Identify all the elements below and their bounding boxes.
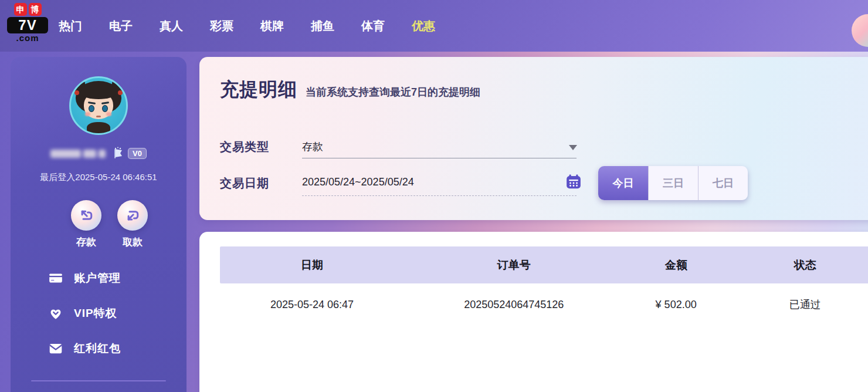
- tab-seven-days[interactable]: 七日: [698, 166, 748, 200]
- cell-date: 2025-05-24 06:47: [220, 299, 404, 311]
- profile-name-row: V0: [11, 146, 187, 160]
- vip-flag-icon: [113, 146, 127, 160]
- header-date: 日期: [220, 258, 404, 273]
- vip-gem-icon: [48, 306, 63, 321]
- username-redacted: [50, 148, 108, 158]
- main-menu: 热门 电子 真人 彩票 棋牌 捕鱼 体育 优惠: [57, 0, 436, 52]
- nav-item-cards[interactable]: 棋牌: [259, 16, 285, 36]
- transaction-date-value[interactable]: 2025/05/24~2025/05/24: [302, 176, 414, 188]
- logo-badges: 申 博: [7, 3, 48, 16]
- cell-order-no: 20250524064745126: [404, 299, 624, 311]
- withdraw-icon: [117, 200, 148, 231]
- sidebar-item-redpacket[interactable]: 红利红包: [48, 341, 121, 356]
- nav-item-live[interactable]: 真人: [158, 16, 184, 36]
- date-underline: [302, 195, 577, 196]
- table-header-row: 日期 订单号 金额 状态: [220, 246, 868, 283]
- vip-badge: V0: [128, 148, 147, 159]
- sidebar-item-label: VIP特权: [74, 306, 117, 321]
- cell-amount: ¥ 502.00: [624, 299, 728, 311]
- header-amount: 金额: [624, 258, 728, 273]
- date-range-tabs: 今日 三日 七日: [598, 166, 748, 200]
- filter-card: 充提明细 当前系统支持查询最近7日的充提明细 交易类型 存款 交易日期 2025…: [199, 57, 868, 220]
- transaction-type-label: 交易类型: [220, 139, 269, 155]
- table-row: 2025-05-24 06:47 20250524064745126 ¥ 502…: [220, 283, 868, 326]
- nav-item-slots[interactable]: 电子: [108, 16, 134, 36]
- transactions-table: 日期 订单号 金额 状态 2025-05-24 06:47 2025052406…: [220, 246, 868, 326]
- page-title: 充提明细: [220, 77, 297, 103]
- profile-vip-level: V0: [113, 146, 147, 160]
- page-subtitle: 当前系统支持查询最近7日的充提明细: [306, 85, 480, 99]
- sidebar-divider: [31, 380, 166, 381]
- logo-badge-shen: 申: [14, 3, 27, 16]
- cell-status: 已通过: [728, 298, 868, 312]
- tab-three-days[interactable]: 三日: [648, 166, 698, 200]
- header-order-no: 订单号: [404, 258, 624, 273]
- sidebar-item-label: 账户管理: [74, 271, 121, 286]
- type-underline: [302, 158, 577, 158]
- top-nav: 申 博 7V .com 热门 电子 真人 彩票 棋牌 捕鱼 体育 优惠: [0, 0, 868, 52]
- nav-item-promos[interactable]: 优惠: [411, 16, 436, 36]
- red-packet-icon: [48, 341, 63, 356]
- brand-logo[interactable]: 申 博 7V .com: [7, 3, 48, 43]
- header-status: 状态: [728, 258, 868, 273]
- sidebar-item-label: 红利红包: [74, 341, 121, 356]
- sidebar-item-vip[interactable]: VIP特权: [48, 306, 117, 321]
- page-header: 充提明细 当前系统支持查询最近7日的充提明细: [220, 77, 480, 103]
- tab-today[interactable]: 今日: [598, 166, 648, 200]
- calendar-icon[interactable]: [565, 173, 582, 191]
- records-card: 日期 订单号 金额 状态 2025-05-24 06:47 2025052406…: [199, 232, 868, 392]
- nav-item-lottery[interactable]: 彩票: [209, 16, 235, 36]
- sidebar: V0 最后登入2025-05-24 06:46:51 存款: [11, 57, 187, 392]
- logo-tld: .com: [7, 33, 48, 43]
- user-cluster: V0 ¥ 509: [698, 0, 868, 52]
- logo-name: 7V: [7, 17, 48, 33]
- withdraw-button[interactable]: 取款: [109, 200, 156, 249]
- withdraw-label: 取款: [109, 235, 156, 249]
- profile-avatar: [69, 76, 128, 135]
- chevron-down-icon[interactable]: [569, 145, 577, 150]
- deposit-icon: [71, 200, 101, 231]
- nav-item-sports[interactable]: 体育: [360, 16, 386, 36]
- deposit-label: 存款: [63, 235, 110, 249]
- last-login-text: 最后登入2025-05-24 06:46:51: [11, 172, 187, 183]
- logo-badge-bo: 博: [29, 3, 42, 16]
- page: 申 博 7V .com 热门 电子 真人 彩票 棋牌 捕鱼 体育 优惠: [0, 0, 868, 392]
- deposit-button[interactable]: 存款: [63, 200, 110, 249]
- bank-card-icon: [48, 271, 63, 286]
- nav-item-fishing[interactable]: 捕鱼: [310, 16, 335, 36]
- nav-item-hot[interactable]: 热门: [57, 16, 83, 36]
- sidebar-item-account[interactable]: 账户管理: [48, 271, 121, 286]
- transaction-type-value[interactable]: 存款: [302, 140, 323, 154]
- transaction-date-label: 交易日期: [220, 175, 269, 191]
